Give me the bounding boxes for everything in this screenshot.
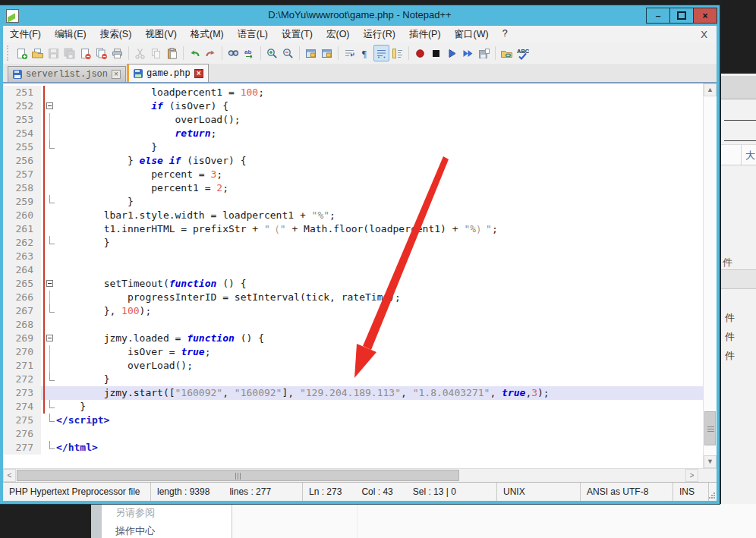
save-button[interactable]	[46, 45, 61, 61]
menu-item-8[interactable]: 宏(O)	[320, 27, 357, 42]
zoom-out-button[interactable]	[280, 45, 296, 61]
record-macro-button[interactable]	[412, 45, 428, 61]
menu-item-10[interactable]: 插件(P)	[402, 27, 448, 42]
maximize-button[interactable]	[669, 8, 694, 24]
show-paragraph-marks-button[interactable]: ¶	[358, 45, 373, 61]
fold-margin[interactable]	[41, 236, 56, 250]
menu-item-6[interactable]: 语言(L)	[231, 27, 275, 42]
menu-item-9[interactable]: 运行(R)	[357, 27, 402, 42]
print-button[interactable]	[109, 45, 125, 61]
line-number[interactable]: 255	[3, 140, 41, 154]
fold-margin[interactable]	[41, 427, 56, 441]
scroll-left-arrow[interactable]: <	[3, 469, 16, 482]
horizontal-scroll-thumb[interactable]	[17, 470, 459, 481]
fold-margin[interactable]	[41, 86, 56, 99]
action-center-link[interactable]: 操作中心	[115, 524, 155, 538]
code-line[interactable]	[56, 263, 704, 277]
menu-item-11[interactable]: 窗口(W)	[448, 27, 496, 42]
tab-close-icon[interactable]: ×	[194, 69, 203, 78]
status-encoding[interactable]: ANSI as UTF-8	[587, 486, 648, 497]
line-number[interactable]: 257	[3, 168, 41, 181]
fold-margin[interactable]	[41, 277, 56, 291]
menu-item-4[interactable]: 视图(V)	[138, 27, 184, 42]
fold-margin[interactable]	[41, 222, 56, 236]
line-number[interactable]: 270	[3, 345, 41, 359]
show-all-characters-button[interactable]	[373, 45, 389, 61]
fold-collapse-icon[interactable]	[46, 280, 53, 287]
open-file-button[interactable]	[30, 45, 46, 61]
line-number[interactable]: 264	[3, 263, 41, 277]
line-number[interactable]: 274	[3, 400, 41, 414]
close-file-button[interactable]	[77, 45, 93, 61]
play-macro-button[interactable]	[444, 45, 460, 61]
close-all-files-button[interactable]	[93, 45, 109, 61]
line-number[interactable]: 252	[3, 99, 41, 113]
line-number[interactable]: 266	[3, 291, 41, 304]
line-number[interactable]: 262	[3, 236, 41, 250]
status-eol-format[interactable]: UNIX	[503, 486, 525, 497]
horizontal-scrollbar[interactable]: < >	[3, 468, 717, 482]
fold-margin[interactable]	[41, 168, 56, 181]
code-line[interactable]: </html>	[56, 441, 704, 455]
code-line[interactable]	[56, 427, 704, 441]
stop-macro-button[interactable]	[428, 45, 444, 61]
vertical-scroll-thumb[interactable]	[704, 411, 716, 445]
line-number[interactable]: 275	[3, 414, 41, 427]
line-number[interactable]: 256	[3, 154, 41, 168]
menu-item-1[interactable]: 文件(F)	[3, 27, 48, 42]
fold-margin[interactable]	[41, 250, 56, 263]
run-macro-multiple-button[interactable]	[460, 45, 476, 61]
code-line[interactable]: jzmy.loaded = function () {	[56, 332, 704, 345]
line-number[interactable]: 277	[3, 441, 41, 455]
code-line[interactable]: progressInterID = setInterval(tick, rate…	[56, 291, 704, 304]
fold-margin[interactable]	[41, 304, 56, 318]
menu-item-5[interactable]: 格式(M)	[184, 27, 231, 42]
save-all-button[interactable]	[61, 45, 77, 61]
code-line[interactable]: percent1 = 2;	[56, 181, 704, 195]
fold-margin[interactable]	[41, 318, 56, 332]
line-number[interactable]: 273	[3, 386, 41, 400]
fold-margin[interactable]	[41, 140, 56, 154]
cut-button[interactable]	[132, 45, 148, 61]
fold-margin[interactable]	[41, 373, 56, 386]
line-number[interactable]: 251	[3, 86, 41, 99]
sync-vertical-scroll-button[interactable]	[303, 45, 319, 61]
fold-margin[interactable]	[41, 400, 56, 414]
fold-margin[interactable]	[41, 386, 56, 400]
tab-serverlist.json[interactable]: serverlist.json×	[8, 66, 126, 82]
fold-margin[interactable]	[41, 291, 56, 304]
show-indent-guide-button[interactable]	[389, 45, 405, 61]
close-button[interactable]: ×	[693, 8, 717, 24]
copy-button[interactable]	[148, 45, 164, 61]
code-line[interactable]: loadpercent1 = 100;	[56, 86, 704, 99]
code-line[interactable]: }	[56, 373, 704, 386]
fold-margin[interactable]	[41, 113, 56, 127]
vertical-scrollbar[interactable]: ▲ ▼	[703, 83, 717, 468]
fold-margin[interactable]	[41, 414, 56, 427]
line-number[interactable]: 254	[3, 127, 41, 140]
menubar-close-icon[interactable]: X	[701, 29, 707, 40]
undo-button[interactable]	[187, 45, 203, 61]
line-number[interactable]: 271	[3, 359, 41, 373]
fold-margin[interactable]	[41, 181, 56, 195]
resize-grip[interactable]	[708, 492, 715, 499]
tab-close-icon[interactable]: ×	[112, 70, 121, 79]
code-line[interactable]: setTimeout(function () {	[56, 277, 704, 291]
code-line[interactable]: </script>	[56, 414, 704, 427]
fold-margin[interactable]	[41, 195, 56, 209]
code-line[interactable]: }, 100);	[56, 304, 704, 318]
line-number[interactable]: 259	[3, 195, 41, 209]
replace-button[interactable]: ab	[241, 45, 257, 61]
fold-margin[interactable]	[41, 359, 56, 373]
fold-margin[interactable]	[41, 263, 56, 277]
line-number[interactable]: 265	[3, 277, 41, 291]
menu-item-3[interactable]: 搜索(S)	[93, 27, 139, 42]
code-line[interactable]: overLoad();	[56, 359, 704, 373]
line-number[interactable]: 269	[3, 332, 41, 345]
code-line[interactable]: jzmy.start(["160092", "160092"], "129.20…	[56, 386, 704, 400]
line-number[interactable]: 253	[3, 113, 41, 127]
fold-margin[interactable]	[41, 441, 56, 455]
titlebar[interactable]: D:\MoYu\wwwroot\game.php - Notepad++ – ×	[0, 5, 720, 26]
code-line[interactable]: }	[56, 140, 704, 154]
code-line[interactable]: t1.innerHTML = prefixStr + "（" + Math.fl…	[56, 222, 704, 236]
